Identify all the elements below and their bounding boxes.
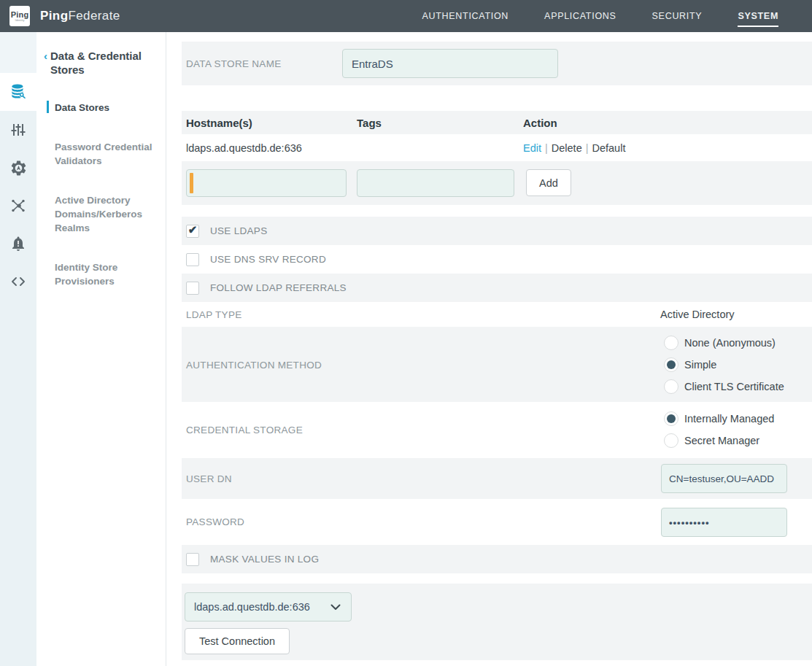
sidebar-back-header[interactable]: ‹ Data & Credential Stores <box>36 32 166 77</box>
hostname-dropdown-value: ldaps.ad.questdb.de:636 <box>194 601 310 613</box>
use-ldaps-row: ✔ USE LDAPS <box>182 217 812 245</box>
action-cell: Edit|Delete|Default <box>523 142 625 155</box>
mask-values-row: ✔ MASK VALUES IN LOG <box>182 545 812 573</box>
top-nav-bar: Ping Identity PingFederate AUTHENTICATIO… <box>0 0 812 32</box>
app-title: PingFederate <box>40 9 120 23</box>
authentication-method-label: AUTHENTICATION METHOD <box>186 360 322 371</box>
pingfederate-app: Ping Identity PingFederate AUTHENTICATIO… <box>0 0 812 666</box>
follow-ldap-referrals-checkbox[interactable]: ✔ <box>186 282 199 295</box>
internally-managed-radio[interactable] <box>664 411 678 426</box>
check-icon: ✔ <box>188 224 198 235</box>
ldap-type-row: LDAP TYPE Active Directory <box>182 302 812 327</box>
edit-link[interactable]: Edit <box>523 142 541 154</box>
follow-ldap-referrals-label: FOLLOW LDAP REFERRALS <box>210 282 347 293</box>
rail-item-notifications[interactable] <box>0 225 36 263</box>
sidebar-item-data-stores[interactable]: Data Stores <box>36 101 166 115</box>
main-navigation: AUTHENTICATION APPLICATIONS SECURITY SYS… <box>422 0 812 32</box>
secret-manager-radio[interactable] <box>664 433 678 448</box>
rail-item-connections[interactable] <box>0 187 36 225</box>
mask-values-checkbox[interactable]: ✔ <box>186 553 199 566</box>
credential-storage-label: CREDENTIAL STORAGE <box>186 425 303 435</box>
password-label: PASSWORD <box>186 516 244 527</box>
mask-values-label: MASK VALUES IN LOG <box>210 554 319 565</box>
network-icon <box>9 197 27 214</box>
sidebar-nav: Data Stores Password Credential Validato… <box>36 101 166 288</box>
sliders-icon <box>9 121 27 139</box>
data-store-name-input[interactable] <box>342 49 558 78</box>
use-dns-srv-checkbox[interactable]: ✔ <box>186 253 199 266</box>
nav-authentication[interactable]: AUTHENTICATION <box>422 0 509 32</box>
credential-storage-row: CREDENTIAL STORAGE Internally Managed Se… <box>182 402 812 458</box>
chevron-left-icon: ‹ <box>44 49 47 77</box>
auth-option-simple[interactable]: Simple <box>664 354 784 376</box>
logo-subtext: Identity <box>15 19 25 22</box>
data-stores-icon <box>9 82 28 101</box>
gear-icon <box>9 159 28 177</box>
secondary-sidebar: ‹ Data & Credential Stores Data Stores P… <box>36 32 166 666</box>
code-icon <box>9 273 27 290</box>
col-header-hostnames: Hostname(s) <box>186 117 252 129</box>
simple-radio[interactable] <box>664 357 678 372</box>
credential-storage-radio-group: Internally Managed Secret Manager <box>664 408 774 452</box>
cred-option-secret-manager[interactable]: Secret Manager <box>664 430 774 452</box>
password-row: PASSWORD <box>182 499 812 545</box>
hostname-cell: ldaps.ad.questdb.de:636 <box>186 142 302 154</box>
password-input[interactable] <box>661 508 787 537</box>
user-dn-row: USER DN <box>182 458 812 499</box>
icon-rail <box>0 32 36 666</box>
hostname-dropdown[interactable]: ldaps.ad.questdb.de:636 <box>185 592 352 622</box>
delete-link[interactable]: Delete <box>552 142 582 154</box>
rail-item-settings[interactable] <box>0 149 36 187</box>
auth-option-none[interactable]: None (Anonymous) <box>664 332 784 354</box>
cred-option-internally-managed[interactable]: Internally Managed <box>664 408 774 430</box>
nav-applications[interactable]: APPLICATIONS <box>544 0 616 32</box>
use-ldaps-checkbox[interactable]: ✔ <box>186 225 199 238</box>
col-header-tags: Tags <box>357 117 382 129</box>
sidebar-title: Data & Credential Stores <box>50 49 155 77</box>
authentication-method-radio-group: None (Anonymous) Simple Client TLS Certi… <box>664 332 784 398</box>
data-store-name-label: DATA STORE NAME <box>186 58 282 69</box>
authentication-method-row: AUTHENTICATION METHOD None (Anonymous) S… <box>182 327 812 402</box>
auth-option-client-tls[interactable]: Client TLS Certificate <box>664 376 784 398</box>
add-button[interactable]: Add <box>526 169 571 196</box>
rail-item-data-stores[interactable] <box>0 73 36 111</box>
connection-test-section: ldaps.ad.questdb.de:636 Test Connection <box>182 584 812 660</box>
active-indicator-bar <box>47 101 49 113</box>
hostname-table-row: ldaps.ad.questdb.de:636 Edit|Delete|Defa… <box>182 134 812 161</box>
alert-bell-icon <box>9 235 27 252</box>
follow-ldap-referrals-row: ✔ FOLLOW LDAP REFERRALS <box>182 274 812 302</box>
use-dns-srv-row: ✔ USE DNS SRV RECORD <box>182 245 812 274</box>
client-tls-certificate-radio[interactable] <box>664 379 678 394</box>
add-hostname-row: Add <box>182 161 812 205</box>
ldap-type-label: LDAP TYPE <box>186 309 242 320</box>
use-ldaps-label: USE LDAPS <box>210 225 267 236</box>
rail-item-developer[interactable] <box>0 263 36 301</box>
new-hostname-input[interactable] <box>186 169 347 197</box>
user-dn-input[interactable] <box>661 464 787 493</box>
nav-security[interactable]: SECURITY <box>652 0 703 32</box>
test-connection-button[interactable]: Test Connection <box>185 628 290 654</box>
default-link[interactable]: Default <box>592 142 625 154</box>
sidebar-item-password-credential-validators[interactable]: Password Credential Validators <box>36 140 166 168</box>
nav-system[interactable]: SYSTEM <box>738 0 778 32</box>
data-store-form: DATA STORE NAME Hostname(s) Tags Action … <box>182 32 812 666</box>
user-dn-label: USER DN <box>186 473 232 484</box>
rail-item-configuration[interactable] <box>0 111 36 149</box>
ldap-type-value: Active Directory <box>660 309 735 320</box>
sidebar-item-ad-domains-kerberos-realms[interactable]: Active Directory Domains/Kerberos Realms <box>36 193 166 235</box>
hostnames-table-header: Hostname(s) Tags Action <box>182 111 812 134</box>
none-anonymous-radio[interactable] <box>664 336 678 350</box>
data-store-name-row: DATA STORE NAME <box>182 42 812 85</box>
col-header-action: Action <box>523 117 557 129</box>
use-dns-srv-label: USE DNS SRV RECORD <box>210 254 326 265</box>
logo-text: Ping <box>11 11 29 19</box>
ping-identity-logo[interactable]: Ping Identity <box>9 6 30 26</box>
chevron-down-icon <box>330 604 341 611</box>
sidebar-item-identity-store-provisioners[interactable]: Identity Store Provisioners <box>36 260 166 288</box>
new-tags-input[interactable] <box>357 169 514 197</box>
